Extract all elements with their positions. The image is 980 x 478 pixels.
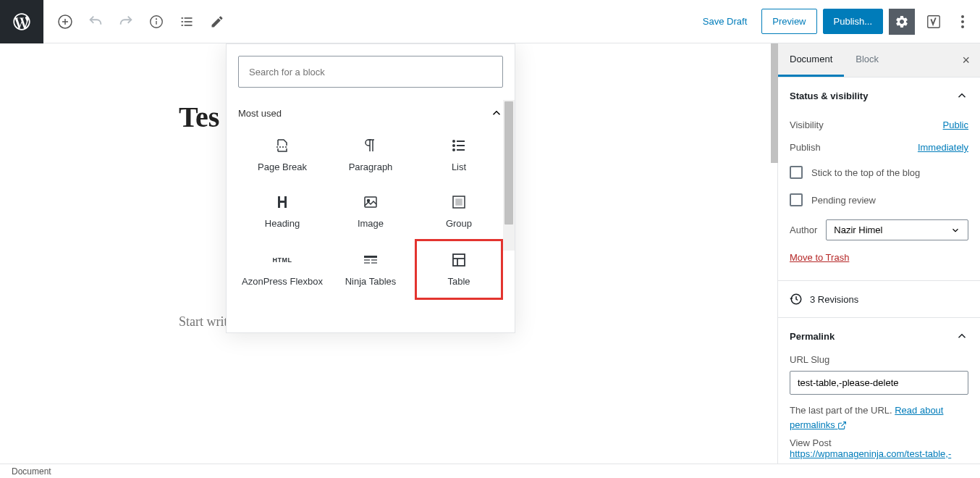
svg-rect-10 bbox=[182, 25, 184, 26]
section-most-used[interactable]: Most used bbox=[238, 99, 503, 127]
inserter-search-wrap bbox=[238, 56, 503, 88]
preview-button[interactable]: Preview bbox=[761, 9, 816, 34]
block-list[interactable]: List bbox=[415, 127, 503, 183]
page-break-icon bbox=[274, 137, 291, 154]
outline-button[interactable] bbox=[174, 9, 200, 35]
edit-button[interactable] bbox=[204, 9, 230, 35]
chevron-up-icon bbox=[490, 106, 503, 120]
svg-rect-9 bbox=[185, 21, 193, 22]
group-icon bbox=[450, 193, 468, 211]
svg-rect-30 bbox=[364, 256, 377, 258]
panel-status-body: Visibility Public Publish Immediately St… bbox=[778, 114, 980, 280]
html-icon: HTML bbox=[274, 251, 291, 269]
blocks-grid: Page Break Paragraph List Heading bbox=[238, 127, 503, 300]
info-button[interactable] bbox=[143, 9, 169, 35]
inserter-body: Most used Page Break Paragraph List bbox=[227, 99, 515, 331]
svg-rect-29 bbox=[456, 199, 462, 205]
author-select[interactable]: Nazir Himel bbox=[826, 219, 968, 240]
editor-footer: Document bbox=[0, 464, 980, 478]
stick-row[interactable]: Stick to the top of the blog bbox=[790, 159, 968, 186]
svg-point-23 bbox=[453, 141, 455, 142]
post-title[interactable]: Tes bbox=[179, 100, 219, 134]
list-icon bbox=[450, 137, 468, 154]
block-azonpress[interactable]: HTML AzonPress Flexbox bbox=[238, 239, 326, 300]
block-image[interactable]: Image bbox=[326, 183, 415, 240]
url-slug-label: URL Slug bbox=[790, 354, 968, 365]
image-icon bbox=[362, 193, 379, 211]
svg-rect-32 bbox=[371, 259, 377, 261]
settings-button[interactable] bbox=[889, 9, 915, 35]
block-group[interactable]: Group bbox=[415, 183, 503, 240]
heading-icon bbox=[274, 193, 291, 211]
wordpress-logo[interactable] bbox=[0, 0, 43, 43]
tab-document[interactable]: Document bbox=[778, 43, 844, 77]
publish-button[interactable]: Publish... bbox=[823, 9, 883, 34]
block-table[interactable]: Table bbox=[415, 239, 503, 300]
svg-rect-33 bbox=[364, 262, 370, 264]
stick-checkbox[interactable] bbox=[790, 166, 803, 179]
sidebar-scrollbar[interactable] bbox=[771, 43, 778, 461]
save-draft-button[interactable]: Save Draft bbox=[694, 9, 756, 34]
undo-button[interactable] bbox=[83, 9, 109, 35]
view-post-url[interactable]: https://wpmanageninja.com/test-table,- bbox=[790, 448, 968, 459]
panel-permalink-body: URL Slug The last part of the URL. Read … bbox=[778, 354, 980, 471]
svg-rect-31 bbox=[364, 259, 370, 261]
block-ninja-tables[interactable]: Ninja Tables bbox=[326, 239, 415, 300]
panel-permalink-head[interactable]: Permalink bbox=[778, 318, 980, 354]
svg-point-13 bbox=[961, 15, 964, 18]
visibility-row: Visibility Public bbox=[790, 114, 968, 136]
publish-value[interactable]: Immediately bbox=[918, 142, 968, 153]
visibility-value[interactable]: Public bbox=[943, 120, 968, 130]
external-link-icon bbox=[837, 421, 847, 430]
ninja-tables-icon bbox=[362, 251, 379, 269]
redo-button[interactable] bbox=[113, 9, 139, 35]
view-post-label: View Post bbox=[790, 437, 968, 448]
svg-point-15 bbox=[961, 25, 964, 28]
toolbar-tools bbox=[43, 9, 230, 35]
editor-canvas[interactable]: Tes Most used Page Break bbox=[0, 43, 777, 464]
tab-block[interactable]: Block bbox=[844, 43, 890, 77]
block-paragraph[interactable]: Paragraph bbox=[326, 127, 415, 183]
svg-rect-11 bbox=[185, 25, 193, 26]
chevron-down-icon bbox=[950, 225, 960, 235]
block-page-break[interactable]: Page Break bbox=[238, 127, 326, 183]
pending-checkbox[interactable] bbox=[790, 193, 803, 206]
breadcrumb[interactable]: Document bbox=[12, 466, 51, 477]
svg-rect-34 bbox=[371, 262, 377, 264]
pending-row[interactable]: Pending review bbox=[790, 186, 968, 214]
panel-status-head[interactable]: Status & visibility bbox=[778, 77, 980, 114]
scrollbar[interactable] bbox=[503, 100, 515, 251]
panel-permalink: Permalink URL Slug The last part of the … bbox=[778, 318, 980, 471]
url-slug-input[interactable] bbox=[790, 371, 968, 395]
svg-line-41 bbox=[842, 422, 846, 426]
close-sidebar-button[interactable]: × bbox=[952, 46, 980, 75]
publish-row: Publish Immediately bbox=[790, 136, 968, 159]
block-inserter-popup: Most used Page Break Paragraph List bbox=[226, 43, 515, 333]
block-heading[interactable]: Heading bbox=[238, 183, 326, 240]
move-to-trash[interactable]: Move to Trash bbox=[790, 246, 968, 269]
svg-rect-6 bbox=[182, 17, 184, 19]
revisions-row[interactable]: 3 Revisions bbox=[778, 281, 980, 318]
paragraph-icon bbox=[362, 137, 379, 154]
main-area: Tes Most used Page Break bbox=[0, 43, 980, 464]
toolbar-actions: Save Draft Preview Publish... bbox=[694, 9, 980, 35]
add-block-button[interactable] bbox=[52, 9, 78, 35]
settings-sidebar: Document Block × Status & visibility Vis… bbox=[777, 43, 980, 464]
svg-point-14 bbox=[961, 20, 964, 23]
panel-status: Status & visibility Visibility Public Pu… bbox=[778, 77, 980, 281]
svg-rect-35 bbox=[453, 254, 465, 266]
yoast-icon[interactable] bbox=[921, 9, 947, 35]
table-icon bbox=[450, 251, 468, 269]
editor-toolbar: Save Draft Preview Publish... bbox=[0, 0, 980, 43]
sidebar-tabs: Document Block × bbox=[778, 43, 980, 77]
svg-rect-8 bbox=[182, 21, 184, 22]
svg-rect-7 bbox=[185, 17, 193, 19]
permalink-help: The last part of the URL. Read about per… bbox=[790, 403, 968, 432]
svg-point-5 bbox=[156, 18, 157, 19]
search-input[interactable] bbox=[249, 67, 492, 77]
more-options-button[interactable] bbox=[952, 9, 973, 35]
svg-point-25 bbox=[453, 149, 455, 151]
history-icon bbox=[790, 293, 803, 306]
chevron-up-icon bbox=[955, 330, 968, 343]
chevron-up-icon bbox=[955, 89, 968, 102]
